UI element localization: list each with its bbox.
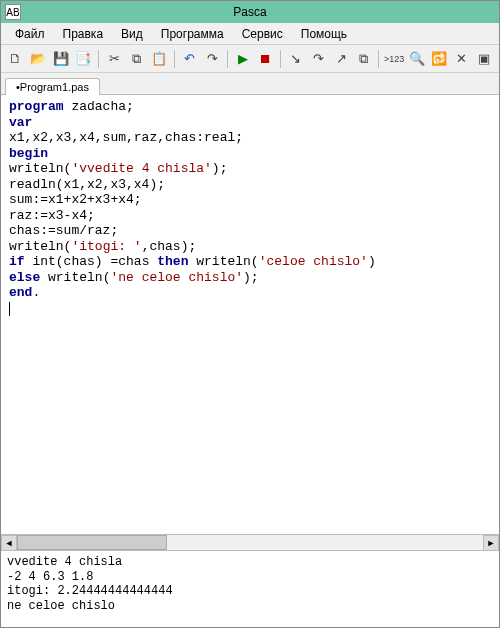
output-console: vvedite 4 chisla -2 4 6.3 1.8 itogi: 2.2… — [1, 551, 499, 625]
menu-view[interactable]: Вид — [113, 25, 151, 43]
window-title: Pasca — [233, 5, 266, 19]
tabbar: •Program1.pas — [1, 73, 499, 95]
console-line: ne celoe chislo — [7, 599, 115, 613]
new-file-icon[interactable]: 🗋 — [5, 48, 27, 70]
code-line: writeln('vvedite 4 chisla'); — [9, 161, 227, 176]
code-line: var — [9, 115, 32, 130]
scroll-track[interactable] — [17, 535, 483, 550]
code-line: chas:=sum/raz; — [9, 223, 118, 238]
toolbar: 🗋 📂 💾 📑 ✂ ⧉ 📋 ↶ ↷ ▶ ⏹ ↘ ↷ ↗ ⧉ >123 🔍 🔂 ✕… — [1, 45, 499, 73]
code-line: writeln('itogi: ',chas); — [9, 239, 196, 254]
app-icon: AB — [5, 4, 21, 20]
goto-line-icon[interactable]: >123 — [383, 48, 405, 70]
code-line: end. — [9, 285, 40, 300]
menu-program[interactable]: Программа — [153, 25, 232, 43]
window-titlebar: AB Pasca — [1, 1, 499, 23]
save-icon[interactable]: 💾 — [50, 48, 72, 70]
menubar: Файл Правка Вид Программа Сервис Помощь — [1, 23, 499, 45]
console-line: -2 4 6.3 1.8 — [7, 570, 93, 584]
code-line: x1,x2,x3,x4,sum,raz,chas:real; — [9, 130, 243, 145]
toolbar-separator — [227, 50, 228, 68]
scroll-right-icon[interactable]: ► — [483, 535, 499, 551]
step-out-icon[interactable]: ↗ — [330, 48, 352, 70]
toolbar-separator — [174, 50, 175, 68]
copy-icon[interactable]: ⧉ — [126, 48, 148, 70]
save-all-icon[interactable]: 📑 — [73, 48, 95, 70]
scroll-left-icon[interactable]: ◄ — [1, 535, 17, 551]
console-line: vvedite 4 chisla — [7, 555, 122, 569]
open-file-icon[interactable]: 📂 — [28, 48, 50, 70]
code-line: sum:=x1+x2+x3+x4; — [9, 192, 142, 207]
close-icon[interactable]: ✕ — [451, 48, 473, 70]
toolbar-separator — [98, 50, 99, 68]
undo-icon[interactable]: ↶ — [179, 48, 201, 70]
paste-icon[interactable]: 📋 — [148, 48, 170, 70]
horizontal-scrollbar[interactable]: ◄ ► — [1, 535, 499, 551]
code-line: raz:=x3-x4; — [9, 208, 95, 223]
tab-program1[interactable]: •Program1.pas — [5, 78, 100, 95]
run-icon[interactable]: ▶ — [232, 48, 254, 70]
scroll-thumb[interactable] — [17, 535, 167, 550]
text-cursor — [9, 302, 10, 316]
code-line: begin — [9, 146, 48, 161]
code-line: else writeln('ne celoe chislo'); — [9, 270, 259, 285]
redo-icon[interactable]: ↷ — [201, 48, 223, 70]
menu-file[interactable]: Файл — [7, 25, 53, 43]
stop-icon[interactable]: ⏹ — [255, 48, 277, 70]
console-line: itogi: 2.24444444444444 — [7, 584, 173, 598]
code-line: readln(x1,x2,x3,x4); — [9, 177, 165, 192]
replace-icon[interactable]: 🔂 — [428, 48, 450, 70]
code-line: program zadacha; — [9, 99, 134, 114]
step-into-icon[interactable]: ↘ — [285, 48, 307, 70]
toolbar-separator — [280, 50, 281, 68]
menu-service[interactable]: Сервис — [234, 25, 291, 43]
toggle-panel-icon[interactable]: ▣ — [474, 48, 496, 70]
cut-icon[interactable]: ✂ — [103, 48, 125, 70]
code-editor[interactable]: program zadacha; var x1,x2,x3,x4,sum,raz… — [1, 95, 499, 535]
find-icon[interactable]: 🔍 — [406, 48, 428, 70]
code-line: if int(chas) =chas then writeln('celoe c… — [9, 254, 376, 269]
step-over-icon[interactable]: ↷ — [308, 48, 330, 70]
window-icon[interactable]: ⧉ — [353, 48, 375, 70]
menu-edit[interactable]: Правка — [55, 25, 112, 43]
menu-help[interactable]: Помощь — [293, 25, 355, 43]
toolbar-separator — [378, 50, 379, 68]
